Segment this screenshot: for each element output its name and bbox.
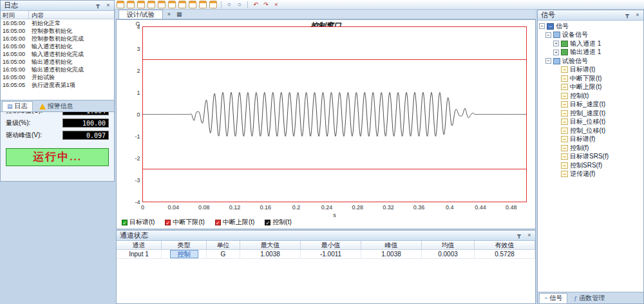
channel-column-header: 通道 [117,241,162,250]
pin-icon[interactable]: ┳ [94,2,102,10]
tree-expander-icon[interactable]: − [545,58,551,64]
legend-item[interactable]: ✓目标谱(t) [122,218,155,227]
tree-signal-row[interactable]: ~中断下限(t) [538,74,643,83]
close-icon[interactable]: × [104,2,112,10]
legend-checkbox[interactable]: ✓ [165,220,171,225]
tab-alarm-info[interactable]: 报警信息 [34,101,79,111]
tree-expander-icon[interactable]: + [553,41,559,46]
srs-window-icon[interactable] [117,1,124,8]
svg-text:1: 1 [137,90,140,96]
table-window-icon[interactable] [127,1,135,8]
tab-function-manager[interactable]: ƒ 函数管理 [569,293,610,303]
tab-log[interactable]: ▤ 日志 [2,101,33,111]
legend-checkbox[interactable]: ✓ [215,220,221,225]
svg-text:0.32: 0.32 [383,204,394,211]
log-row[interactable]: 16:05:00输入通道初始化完成 [1,50,114,58]
tab-log-label: 日志 [15,102,28,111]
log-row[interactable]: 16:05:00输出通道初始化完成 [1,66,114,73]
tree-signal-row[interactable]: ~控制_速度(t) [538,109,643,118]
tree-signal-row[interactable]: ~中断上限(t) [538,83,643,92]
channel-type-badge[interactable]: 控制 [170,250,198,258]
legend-item[interactable]: ✓中断下限(t) [165,218,204,227]
svg-text:0: 0 [137,111,140,118]
tree-signal-row[interactable]: ~目标_速度(t) [538,100,643,109]
svg-text:0.28: 0.28 [352,204,363,211]
svg-text:s: s [333,212,336,218]
legend-item[interactable]: ✓中断上限(t) [215,218,254,227]
tree-item-label: 目标谱SRS(f) [570,152,609,161]
tree-signal-row[interactable]: ~目标_位移(t) [538,118,643,127]
tile-windows-icon[interactable] [158,1,166,8]
svg-text:G: G [136,21,140,27]
legend-label: 中断上限(t) [223,218,254,227]
legend-label: 中断下限(t) [173,218,204,227]
close-icon[interactable]: × [634,12,641,19]
tree-expander-icon[interactable]: − [545,32,551,38]
chart-svg[interactable]: 43210-1-2-3-400.040.080.120.160.20.240.2… [117,20,535,229]
tree-item-label: 信号 [556,22,569,31]
log-message: 输出通道初始化 [29,58,114,66]
tab-function-manager-label: 函数管理 [579,294,605,303]
tree-signal-row[interactable]: ~逆传递(f) [538,170,643,179]
pin-icon[interactable]: ┳ [515,232,523,240]
undo-icon[interactable]: ↶ [252,1,260,8]
svg-text:0.24: 0.24 [321,204,333,211]
log-row[interactable]: 16:05:00开始试验 [1,73,114,81]
signals-root-icon: ~ [547,23,554,30]
log-time: 16:05:00 [1,43,29,50]
log-row[interactable]: 16:05:00输出通道初始化 [1,58,114,66]
cascade-windows-icon[interactable] [168,1,176,8]
log-row[interactable]: 16:05:00输入通道初始化 [1,43,114,50]
waveform-icon: ~ [561,93,568,99]
layout-window-icon[interactable] [147,1,155,8]
log-row[interactable]: 16:05:00控制参数初始化 [1,27,114,35]
tree-group-device[interactable]: −设备信号 [538,31,643,40]
legend-item[interactable]: ✓控制(t) [265,218,291,227]
tree-signal-row[interactable]: ~控制(f) [538,144,643,153]
tree-signal-row[interactable]: ~目标谱SRS(f) [538,153,643,162]
log-row[interactable]: 16:05:00控制参数初始化完成 [1,35,114,43]
tree-signal-row[interactable]: ~控制SRS(f) [538,161,643,170]
tree-signal-row[interactable]: ~控制(t) [538,91,643,100]
delete-icon[interactable]: × [272,1,280,8]
svg-text:-1: -1 [135,133,140,140]
channel-row[interactable]: Input 1控制G1.0038-1.00111.00380.00030.572… [117,250,535,259]
tree-channel-row[interactable]: +输出通道 1 [538,48,643,57]
tree-group-test[interactable]: −试验信号 [538,57,643,66]
tree-expander-icon[interactable]: + [553,50,559,55]
zoom-out-icon[interactable]: ○ [236,1,243,8]
log-row[interactable]: 16:05:00初始化正常 [1,19,114,27]
zoom-in-icon[interactable]: ○ [225,1,233,8]
tree-signal-row[interactable]: ~目标谱(f) [538,135,643,144]
add-curve-icon[interactable] [189,1,196,8]
tree-item-label: 目标谱(f) [570,135,595,144]
channel-cell: G [207,250,240,259]
tree-root-signal[interactable]: −~信号 [538,22,643,31]
tab-signal[interactable]: ~ 信号 [539,293,567,303]
tab-design-test[interactable]: 设计/试验 [118,10,163,19]
waveform-icon: ~ [561,162,568,169]
windows-list-icon[interactable]: ▦ [175,10,184,19]
close-icon[interactable]: × [526,232,533,240]
channel-icon [561,41,568,47]
log-row[interactable]: 16:05:05执行进度表第1项 [1,81,114,89]
log-time: 16:05:00 [1,73,29,81]
new-curve-window-icon[interactable] [178,1,186,8]
report-window-icon[interactable] [137,1,145,8]
redo-icon[interactable]: ↷ [262,1,270,8]
close-tab-icon[interactable]: × [165,10,173,19]
legend-checkbox[interactable]: ✓ [265,220,270,225]
channel-panel-header: 通道状态 ┳ × [117,231,535,241]
legend-checkbox[interactable]: ✓ [122,220,128,225]
tree-signal-row[interactable]: ~目标谱(t) [538,66,643,75]
pin-icon[interactable]: ┳ [623,12,631,19]
tree-channel-row[interactable]: +输入通道 1 [538,39,643,48]
tree-signal-row[interactable]: ~控制_位移(t) [538,126,643,135]
svg-text:0.4: 0.4 [446,204,454,211]
status-value: 0.097 [62,131,109,140]
remove-curve-icon[interactable] [199,1,207,8]
cursor-tool-icon[interactable] [209,1,217,8]
waveform-icon: ~ [561,66,568,73]
log-message: 控制参数初始化完成 [29,35,114,43]
tree-expander-icon[interactable]: − [539,23,545,29]
